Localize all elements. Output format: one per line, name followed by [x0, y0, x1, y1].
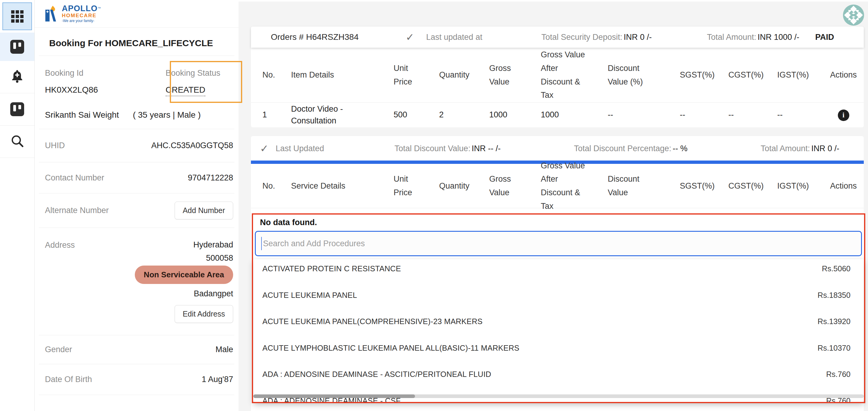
procedure-results-dropdown: ACTIVATED PROTEIN C RESISTANCE Rs.5060 A…: [253, 259, 864, 402]
edit-address-button[interactable]: Edit Address: [175, 305, 233, 323]
booking-status-label: Booking Status: [165, 68, 234, 78]
col-header-cgst: CGST(%): [728, 68, 777, 82]
services-total-amount-value: INR 0 /-: [811, 144, 839, 153]
avatar[interactable]: [843, 4, 864, 26]
col-header-igst: IGST(%): [777, 179, 823, 193]
sidebar-item-board-active[interactable]: [0, 33, 34, 61]
sidebar-item-notifications[interactable]: [0, 61, 34, 93]
booking-id-status-row: Booking Id HK0XX2LQ86 Booking Status CRE…: [35, 56, 234, 110]
procedure-price: Rs.13920: [818, 317, 850, 326]
apollo-logo-icon: [42, 5, 59, 23]
col-header-unit: Unit Price: [394, 62, 439, 88]
procedure-list-item[interactable]: ACUTE LEUKEMIA PANEL(COMPREHENSIVE)-23 M…: [253, 312, 864, 339]
procedure-search: [255, 231, 862, 256]
col-header-actions: Actions: [823, 68, 864, 82]
booking-status-value[interactable]: CREATED: [165, 85, 206, 96]
orders-card: Orders # H64RSZH384 ✓ Last updated at To…: [251, 27, 864, 127]
security-deposit-value: INR 0 /-: [624, 33, 652, 42]
col-header-no: No.: [262, 179, 291, 193]
logo-line1: APOLLO: [62, 4, 98, 13]
item-sgst: --: [680, 109, 728, 121]
col-header-item: Item Details: [291, 68, 394, 82]
bell-plus-icon: [10, 69, 25, 85]
horizontal-scrollbar-thumb[interactable]: [253, 394, 415, 398]
col-header-no: No.: [262, 68, 291, 82]
procedure-list-item[interactable]: ACUTE LEUKEMIA PANEL Rs.18350: [253, 286, 864, 312]
dob-label: Date Of Birth: [45, 375, 92, 384]
col-header-discount: Discount Value: [608, 172, 680, 199]
logo-text: APOLLO™ HOMECARE -We are your family-: [62, 4, 101, 23]
col-header-qty: Quantity: [439, 68, 489, 82]
item-quantity: 2: [439, 109, 489, 121]
item-gross-value: 1000: [489, 109, 541, 121]
check-icon: ✓: [260, 142, 269, 154]
procedure-name: ACTIVATED PROTEIN C RESISTANCE: [262, 264, 401, 273]
uhid-value: AHC.C535A0GGTQ58: [151, 141, 233, 150]
procedure-list-item[interactable]: ADA : ADENOSINE DEAMINASE - ASCITIC/PERI…: [253, 365, 864, 391]
alternate-number-label: Alternate Number: [45, 206, 109, 215]
logo-tm: ™: [98, 6, 101, 10]
item-cgst: --: [728, 109, 777, 121]
paid-status-badge: PAID: [815, 33, 834, 42]
booking-panel: APOLLO™ HOMECARE -We are your family- Bo…: [35, 0, 239, 411]
page-title: Booking For HOMECARE_LIFECYCLE: [39, 28, 234, 56]
booking-id-value: HK0XX2LQ86: [45, 85, 165, 95]
procedure-price: Rs.10370: [818, 344, 850, 352]
col-header-gva: Gross Value After Discount & Tax: [541, 159, 608, 213]
procedure-list-item[interactable]: ACTIVATED PROTEIN C RESISTANCE Rs.5060: [253, 259, 864, 286]
total-discount-value: INR -- /-: [472, 144, 501, 153]
procedure-price: Rs.760: [826, 370, 850, 379]
apollo-homecare-logo: APOLLO™ HOMECARE -We are your family-: [42, 4, 101, 23]
security-deposit-label: Total Security Deposit:: [541, 33, 622, 42]
orders-header-row: Orders # H64RSZH384 ✓ Last updated at To…: [251, 27, 864, 48]
order-number: Orders # H64RSZH384: [271, 32, 359, 42]
add-number-button[interactable]: Add Number: [175, 202, 233, 219]
col-header-service: Service Details: [291, 179, 394, 193]
item-unit-price: 500: [394, 109, 439, 121]
item-table-row: 1 Doctor Video - Consultation 500 2 1000…: [251, 102, 864, 127]
col-header-gross: Gross Value: [489, 62, 541, 88]
procedure-name: ACUTE LEUKEMIA PANEL(COMPREHENSIVE)-23 M…: [262, 317, 483, 326]
horizontal-scrollbar-track[interactable]: [253, 394, 864, 398]
text-caret: [261, 237, 262, 250]
info-icon[interactable]: i: [838, 110, 849, 121]
grid-icon: [11, 10, 24, 23]
total-discount-pct-label: Total Discount Percentage:: [574, 144, 671, 153]
services-card: ✓ Last Updated Total Discount Value: INR…: [251, 136, 864, 411]
contact-row: Contact Number 9704712228: [39, 163, 234, 194]
item-discount: --: [608, 109, 680, 121]
total-amount-label: Total Amount:: [707, 33, 756, 42]
sidebar-item-board[interactable]: [0, 93, 34, 125]
procedure-price: Rs.5060: [822, 264, 850, 273]
sidebar-item-search[interactable]: [0, 125, 34, 158]
col-header-sgst: SGST(%): [680, 68, 728, 82]
item-igst: --: [777, 109, 823, 121]
gender-row: Gender Male: [39, 335, 234, 364]
uhid-label: UHID: [45, 141, 65, 150]
services-header-row: ✓ Last Updated Total Discount Value: INR…: [251, 136, 864, 160]
kanban-board-icon: [10, 40, 24, 54]
col-header-actions: Actions: [823, 179, 864, 193]
icon-rail: [0, 0, 35, 411]
app-grid-button[interactable]: [2, 2, 32, 30]
col-header-igst: IGST(%): [777, 68, 823, 82]
top-strip: [239, 0, 868, 1]
col-header-discount: Discount Value (%): [608, 62, 680, 88]
alternate-number-row: Alternate Number Add Number: [39, 194, 234, 228]
procedure-name: ACUTE LYMPHOBLASTIC LEUKEMIA PANEL ALL(B…: [262, 344, 519, 352]
dob-row: Date Of Birth 1 Aug'87: [39, 364, 234, 395]
item-gross-after: 1000: [541, 109, 608, 121]
uhid-row: UHID AHC.C535A0GGTQ58: [39, 129, 234, 163]
patient-name: Srikanth Sai Weight: [45, 110, 119, 120]
dob-value: 1 Aug'87: [202, 375, 233, 384]
total-amount-value: INR 1000 /-: [757, 33, 799, 42]
procedure-name: ADA : ADENOSINE DEAMINASE - ASCITIC/PERI…: [262, 370, 491, 379]
address-pincode: 500058: [206, 254, 233, 263]
search-procedures-input[interactable]: [255, 231, 862, 256]
address-area: Badangpet: [194, 289, 233, 298]
procedure-list-item[interactable]: ACUTE LYMPHOBLASTIC LEUKEMIA PANEL ALL(B…: [253, 339, 864, 365]
total-discount-value-label: Total Discount Value:: [395, 144, 470, 153]
search-icon: [10, 134, 25, 149]
col-header-unit: Unit Price: [394, 172, 439, 199]
address-city: Hyderabad: [193, 240, 233, 249]
